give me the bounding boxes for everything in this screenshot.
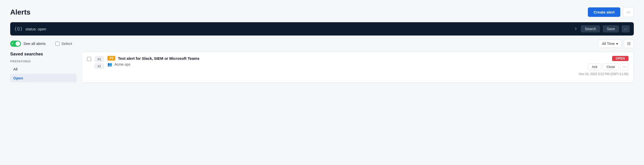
close-button[interactable]: Close [603, 63, 619, 70]
toggle-knob [16, 41, 20, 46]
header-actions: Create alert ··· [588, 7, 634, 17]
filter-row: ✓ See all alerts Select All Time ▾ ⊟ [0, 36, 644, 52]
see-all-label: See all alerts [23, 41, 46, 46]
page-title: Alerts [10, 8, 30, 16]
search-bar: {Q} ? Search Save ··· [10, 22, 634, 36]
alert-team-name: Acme ops [114, 62, 130, 66]
sidebar-item-all[interactable]: All [10, 65, 77, 73]
alert-timestamp: Nov 24, 2023 3:22 PM (GMT+11:00) [579, 72, 628, 76]
team-icon: 👥 [107, 62, 112, 67]
filter-row-right: All Time ▾ ⊟ [598, 39, 634, 48]
alltime-label: All Time [602, 42, 615, 46]
search-more-button[interactable]: ··· [622, 25, 630, 32]
chevron-down-icon: ▾ [616, 42, 618, 46]
alert-team-row: 👥 Acme ops [107, 62, 575, 67]
create-alert-button[interactable]: Create alert [588, 7, 620, 17]
search-input[interactable] [26, 27, 571, 31]
alerts-list: #1 x1 P3 Test alert for Slack, SIEM or M… [82, 52, 634, 83]
query-icon: {Q} [14, 26, 23, 31]
alert-title-row: P3 Test alert for Slack, SIEM or Microso… [107, 56, 575, 61]
status-badge: OPEN [612, 56, 628, 61]
sidebar-item-open[interactable]: Open [10, 74, 77, 82]
search-help-button[interactable]: ? [573, 27, 578, 31]
alert-checkbox[interactable] [87, 57, 91, 61]
filter-icon-button[interactable]: ⊟ [624, 39, 634, 48]
page-container: Alerts Create alert ··· {Q} ? Search Sav… [0, 0, 644, 165]
alert-x1-badge: x1 [95, 63, 104, 69]
see-all-alerts-toggle[interactable]: ✓ [10, 41, 21, 47]
filter-sliders-icon: ⊟ [627, 41, 630, 46]
main-content: Saved searches PREDEFINED All Open #1 x1… [10, 52, 634, 83]
toggle-container: ✓ See all alerts [10, 41, 46, 47]
toggle-check-icon: ✓ [11, 42, 14, 45]
sidebar: Saved searches PREDEFINED All Open [10, 52, 82, 83]
search-button[interactable]: Search [581, 25, 600, 32]
alert-id-column: #1 x1 [95, 56, 104, 69]
select-area: Select [55, 41, 72, 46]
sidebar-section-label: PREDEFINED [10, 60, 77, 63]
header-more-button[interactable]: ··· [623, 7, 634, 17]
alert-body: P3 Test alert for Slack, SIEM or Microso… [107, 56, 575, 67]
save-search-button[interactable]: Save [603, 25, 619, 32]
select-label: Select [61, 41, 72, 46]
header-row: Alerts Create alert ··· [0, 0, 644, 22]
alert-more-button[interactable]: ··· [620, 63, 628, 70]
ack-button[interactable]: Ack [588, 63, 601, 70]
priority-badge: P3 [107, 56, 115, 61]
alltime-filter-button[interactable]: All Time ▾ [598, 40, 622, 48]
alert-title: Test alert for Slack, SIEM or Microsoft … [118, 56, 200, 61]
table-row: #1 x1 P3 Test alert for Slack, SIEM or M… [82, 52, 634, 80]
alert-right: OPEN Ack Close ··· Nov 24, 2023 3:22 PM … [579, 56, 628, 76]
sidebar-title: Saved searches [10, 52, 77, 57]
sidebar-item-open-label: Open [13, 76, 23, 80]
select-all-checkbox[interactable] [55, 42, 59, 46]
alert-id-badge: #1 [95, 56, 104, 62]
alert-actions: Ack Close ··· [588, 63, 628, 70]
header-more-icon: ··· [626, 9, 630, 15]
sidebar-item-all-label: All [13, 67, 18, 71]
